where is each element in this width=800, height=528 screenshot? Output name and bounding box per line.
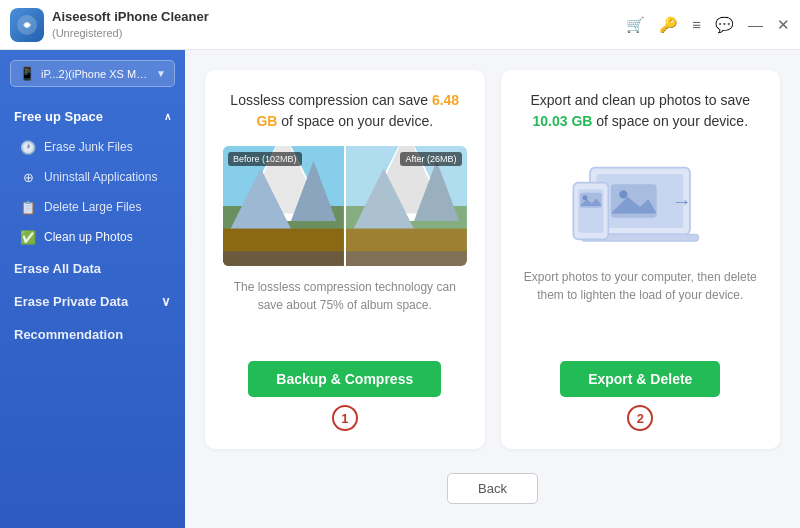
uninstall-apps-icon: ⊕ xyxy=(20,169,36,185)
erase-junk-label: Erase Junk Files xyxy=(44,140,133,154)
export-card: Export and clean up photos to save 10.03… xyxy=(501,70,781,449)
device-selector[interactable]: 📱 iP...2)(iPhone XS Max) ▼ xyxy=(10,60,175,87)
compress-card-title: Lossless compression can save 6.48 GB of… xyxy=(223,90,467,132)
svg-point-1 xyxy=(25,22,30,27)
minimize-button[interactable]: — xyxy=(748,17,763,32)
clean-photos-icon: ✅ xyxy=(20,229,36,245)
cart-icon[interactable]: 🛒 xyxy=(626,17,645,32)
key-icon[interactable]: 🔑 xyxy=(659,17,678,32)
sidebar-item-erase-all[interactable]: Erase All Data xyxy=(0,252,185,285)
back-button[interactable]: Back xyxy=(447,473,538,504)
device-name: iP...2)(iPhone XS Max) xyxy=(41,68,150,80)
app-branding: Aiseesoft iPhone Cleaner (Unregistered) xyxy=(10,8,209,42)
sidebar-item-delete-large[interactable]: 📋 Delete Large Files xyxy=(0,192,185,222)
bottom-bar: Back xyxy=(205,465,780,508)
svg-rect-17 xyxy=(346,251,467,266)
svg-point-22 xyxy=(619,190,627,198)
before-image: Before (102MB) xyxy=(223,146,344,266)
main-layout: 📱 iP...2)(iPhone XS Max) ▼ Free up Space… xyxy=(0,50,800,528)
export-step-badge: 2 xyxy=(627,405,653,431)
sidebar-item-clean-photos[interactable]: ✅ Clean up Photos xyxy=(0,222,185,252)
clean-photos-label: Clean up Photos xyxy=(44,230,133,244)
svg-text:→: → xyxy=(672,190,692,212)
compress-step-badge: 1 xyxy=(332,405,358,431)
delete-large-label: Delete Large Files xyxy=(44,200,141,214)
cards-row: Lossless compression can save 6.48 GB of… xyxy=(205,70,780,449)
sidebar-item-erase-junk[interactable]: 🕐 Erase Junk Files xyxy=(0,132,185,162)
sidebar-item-recommendation[interactable]: Recommendation xyxy=(0,318,185,351)
uninstall-apps-label: Uninstall Applications xyxy=(44,170,157,184)
free-up-space-label: Free up Space xyxy=(14,109,103,124)
after-badge: After (26MB) xyxy=(400,152,461,166)
image-compare: Before (102MB) xyxy=(223,146,467,266)
sidebar-free-up-space-section: Free up Space ∧ 🕐 Erase Junk Files ⊕ Uni… xyxy=(0,101,185,252)
menu-icon[interactable]: ≡ xyxy=(692,17,701,32)
before-badge: Before (102MB) xyxy=(228,152,302,166)
compare-divider xyxy=(344,146,346,266)
backup-compress-button[interactable]: Backup & Compress xyxy=(248,361,441,397)
svg-rect-9 xyxy=(223,251,344,266)
erase-private-label: Erase Private Data xyxy=(14,294,128,309)
app-title-text: Aiseesoft iPhone Cleaner (Unregistered) xyxy=(52,9,209,40)
content-area: Lossless compression can save 6.48 GB of… xyxy=(185,50,800,528)
app-logo xyxy=(10,8,44,42)
delete-large-icon: 📋 xyxy=(20,199,36,215)
close-button[interactable]: ✕ xyxy=(777,17,790,32)
title-bar: Aiseesoft iPhone Cleaner (Unregistered) … xyxy=(0,0,800,50)
erase-private-chevron-icon: ∨ xyxy=(161,294,171,309)
sidebar-free-up-space-header[interactable]: Free up Space ∧ xyxy=(0,101,185,132)
chat-icon[interactable]: 💬 xyxy=(715,17,734,32)
export-illustration: → xyxy=(565,146,715,256)
title-bar-controls: 🛒 🔑 ≡ 💬 — ✕ xyxy=(626,17,790,32)
compress-description: The lossless compression technology can … xyxy=(223,278,467,347)
export-delete-button[interactable]: Export & Delete xyxy=(560,361,720,397)
free-up-space-chevron-icon: ∧ xyxy=(164,111,171,122)
sidebar-item-uninstall-apps[interactable]: ⊕ Uninstall Applications xyxy=(0,162,185,192)
device-chevron-icon: ▼ xyxy=(156,68,166,79)
compress-card: Lossless compression can save 6.48 GB of… xyxy=(205,70,485,449)
sidebar: 📱 iP...2)(iPhone XS Max) ▼ Free up Space… xyxy=(0,50,185,528)
export-description: Export photos to your computer, then del… xyxy=(519,268,763,347)
device-icon: 📱 xyxy=(19,66,35,81)
sidebar-item-erase-private[interactable]: Erase Private Data ∨ xyxy=(0,285,185,318)
erase-junk-icon: 🕐 xyxy=(20,139,36,155)
app-name: Aiseesoft iPhone Cleaner xyxy=(52,9,209,26)
after-image: After (26MB) xyxy=(346,146,467,266)
export-card-title: Export and clean up photos to save 10.03… xyxy=(519,90,763,132)
app-subtitle: (Unregistered) xyxy=(52,26,209,40)
